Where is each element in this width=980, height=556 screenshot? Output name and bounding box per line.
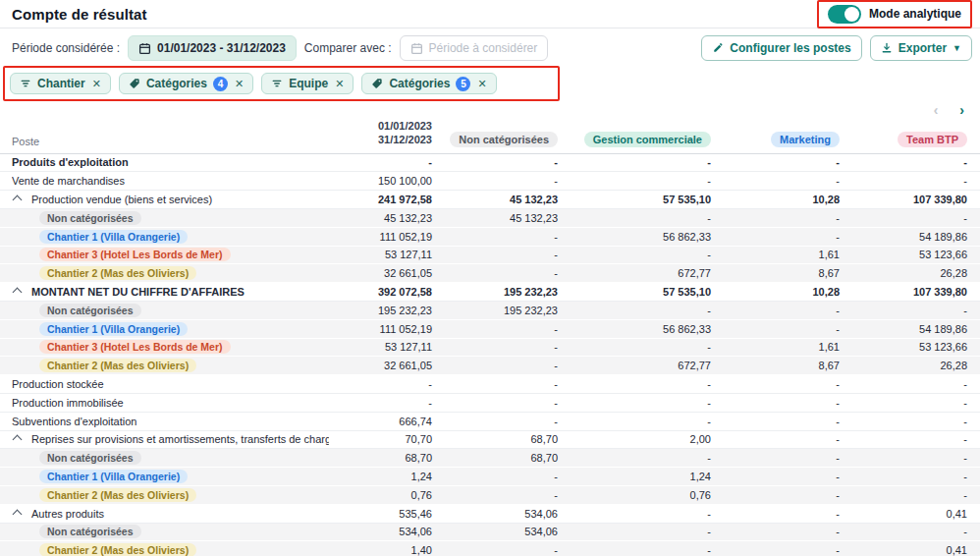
table-row: Chantier 2 (Mas des Oliviers)32 661,05-6…: [0, 357, 980, 375]
compare-label: Comparer avec :: [304, 41, 392, 55]
cell-value: 666,74: [329, 416, 432, 427]
cell-value: -: [711, 508, 840, 520]
cell-value: -: [432, 489, 558, 501]
cell-value: -: [558, 175, 711, 187]
cell-value: -: [558, 416, 711, 427]
cell-value: 26,28: [840, 360, 967, 371]
cell-value: -: [558, 452, 711, 464]
prev-columns-arrow[interactable]: ‹: [934, 103, 939, 117]
cell-value: -: [432, 175, 558, 187]
cell-value: -: [840, 175, 967, 187]
cell-value: 8,67: [711, 360, 840, 371]
filter-chip-chantier[interactable]: Chantier✕: [10, 73, 111, 94]
cell-value: -: [711, 231, 840, 243]
cell-value: -: [840, 416, 967, 427]
cell-value: 534,06: [329, 526, 432, 537]
close-icon[interactable]: ✕: [235, 78, 244, 90]
cell-value: 68,70: [432, 433, 558, 445]
row-label-cell: Autres produits: [12, 508, 329, 520]
table-row: Production immobilisée-----: [0, 394, 980, 413]
cell-value: 534,06: [432, 508, 558, 520]
cell-value: 195 232,23: [432, 305, 558, 316]
cell-value: -: [711, 489, 840, 501]
collapse-chevron-up-icon[interactable]: [14, 196, 23, 205]
download-icon: [881, 42, 893, 54]
filter-chip-cat-gories[interactable]: Catégories5✕: [361, 73, 496, 94]
compare-period-button[interactable]: Période à considérer: [400, 35, 549, 61]
row-label-cell: Chantier 3 (Hotel Les Bords de Mer): [12, 248, 329, 261]
page-title: Compte de résultat: [12, 6, 147, 23]
cell-value: 32 661,05: [329, 360, 432, 371]
cell-value: -: [432, 323, 558, 335]
cell-value: 26,28: [840, 267, 967, 279]
column-pill: Non catégorisées: [450, 132, 558, 147]
cell-value: 195 232,23: [329, 305, 432, 316]
row-label: MONTANT NET DU CHIFFRE D'AFFAIRES: [31, 286, 245, 298]
filter-count-badge: 5: [456, 77, 470, 91]
period-value: 01/01/2023 - 31/12/2023: [157, 41, 286, 55]
collapse-chevron-up-icon[interactable]: [14, 511, 23, 520]
cell-value: -: [558, 378, 711, 390]
cell-value: 150 100,00: [329, 175, 432, 187]
filter-chip-label: Catégories: [146, 77, 207, 90]
table-row: Chantier 1 (Villa Orangerie)111 052,19-5…: [0, 320, 980, 339]
filter-chip-equipe[interactable]: Equipe✕: [261, 73, 354, 94]
cell-value: 45 132,23: [432, 212, 558, 224]
tag-icon: [129, 78, 140, 89]
table-row: Chantier 1 (Villa Orangerie)1,24-1,24--: [0, 468, 980, 486]
cell-value: 111 052,19: [329, 231, 432, 243]
controls-row: Période considérée : 01/01/2023 - 31/12/…: [0, 28, 980, 65]
filter-chip-label: Equipe: [289, 77, 328, 90]
period-picker-button[interactable]: 01/01/2023 - 31/12/2023: [128, 35, 297, 61]
category-pill: Chantier 1 (Villa Orangerie): [39, 470, 188, 483]
table-header-row: Poste 01/01/202331/12/2023Non catégorisé…: [0, 117, 980, 154]
cell-value: 70,70: [329, 433, 432, 445]
close-icon[interactable]: ✕: [92, 78, 101, 90]
table-row: Chantier 1 (Villa Orangerie)111 052,19-5…: [0, 228, 980, 247]
table-row: Non catégorisées68,7068,70---: [0, 449, 980, 468]
category-pill: Chantier 1 (Villa Orangerie): [39, 230, 188, 244]
table-row: Non catégorisées534,06534,06---: [0, 524, 980, 542]
cell-value: -: [558, 544, 711, 556]
row-label-cell: Chantier 2 (Mas des Oliviers): [12, 359, 329, 372]
export-button[interactable]: Exporter ▼: [870, 35, 972, 61]
category-pill: Chantier 2 (Mas des Oliviers): [39, 266, 196, 280]
cell-value: -: [840, 471, 967, 482]
cell-value: 32 661,05: [329, 267, 432, 279]
collapse-chevron-up-icon[interactable]: [14, 436, 23, 445]
cell-value: 0,76: [329, 489, 432, 501]
cell-value: 534,06: [432, 526, 558, 537]
toggle-knob: [844, 7, 859, 22]
row-label: Reprises sur provisions et amortissement…: [31, 433, 329, 445]
cell-value: -: [558, 526, 711, 537]
cell-value: 1,61: [711, 249, 840, 260]
row-label-cell: Chantier 2 (Mas des Oliviers): [12, 266, 329, 280]
close-icon[interactable]: ✕: [335, 78, 344, 90]
column-pill: Team BTP: [898, 132, 967, 147]
cell-value: -: [711, 212, 840, 224]
configure-postes-button[interactable]: Configurer les postes: [701, 35, 861, 61]
cell-value: -: [432, 341, 558, 353]
cell-value: 68,70: [329, 452, 432, 464]
cell-value: -: [432, 249, 558, 260]
analytic-mode-toggle[interactable]: [828, 5, 861, 24]
next-columns-arrow[interactable]: ›: [959, 103, 964, 117]
cell-value: 53 127,11: [329, 341, 432, 353]
row-label-cell: Chantier 2 (Mas des Oliviers): [12, 488, 329, 502]
period-column-dates: 01/01/202331/12/2023: [378, 119, 432, 147]
cell-value: 392 072,58: [329, 286, 432, 298]
cell-value: 57 535,10: [558, 286, 711, 298]
row-label-cell: Subventions d'exploitation: [12, 416, 329, 427]
row-label: Production vendue (biens et services): [31, 194, 212, 205]
close-icon[interactable]: ✕: [477, 78, 486, 90]
cell-value: -: [711, 175, 840, 187]
cell-value: 10,28: [711, 286, 840, 298]
filters-row: Chantier✕Catégories4✕Equipe✕Catégories5✕: [0, 65, 980, 101]
category-pill: Chantier 2 (Mas des Oliviers): [39, 488, 196, 502]
filter-chip-cat-gories[interactable]: Catégories4✕: [119, 73, 253, 94]
cell-value: 57 535,10: [558, 194, 711, 205]
collapse-chevron-up-icon[interactable]: [14, 289, 23, 298]
cell-value: -: [432, 267, 558, 279]
cell-value: -: [711, 378, 840, 390]
row-label: Production stockée: [12, 378, 104, 390]
